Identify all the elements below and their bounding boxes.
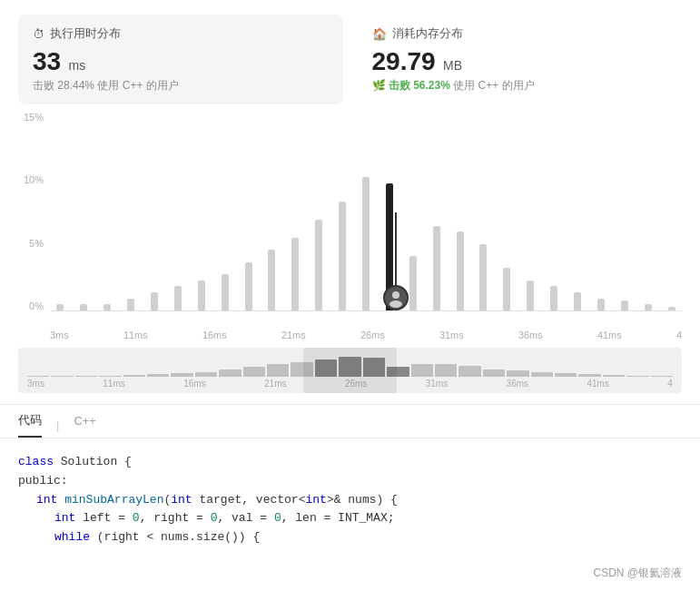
bar-3 <box>127 299 134 310</box>
bar-chart-area <box>50 112 682 311</box>
bar-4 <box>151 292 158 310</box>
bar-group-25 <box>637 112 658 310</box>
bar-13 <box>362 177 370 310</box>
time-stat-card: ⏱ 执行用时分布 33 ms 击败 28.44% 使用 C++ 的用户 <box>18 15 343 104</box>
tab-cpp[interactable]: C++ <box>74 414 96 437</box>
bar-group-23 <box>590 112 611 310</box>
mini-bar-9 <box>243 367 265 377</box>
mini-bar-2 <box>75 376 97 377</box>
bar-8 <box>245 262 252 310</box>
bar-0 <box>56 304 64 310</box>
main-chart: 15% 10% 5% 0% 3ms 11ms 16ms 21ms 26ms 31… <box>0 112 700 348</box>
y-label-10: 10% <box>18 174 44 185</box>
bar-group-9 <box>261 112 282 310</box>
code-line-3: int minSubArrayLen(int target, vector<in… <box>36 491 682 510</box>
mini-bar-16 <box>411 364 433 377</box>
bar-6 <box>198 281 205 310</box>
bar-9 <box>268 250 275 310</box>
bar-23 <box>597 299 605 310</box>
x-label-31ms: 31ms <box>439 330 464 340</box>
mini-chart-highlight <box>303 348 396 393</box>
memory-value: 29.79 <box>372 47 436 75</box>
mini-bar-17 <box>435 364 457 377</box>
mini-x-end: 4 <box>667 379 673 389</box>
bar-group-8 <box>238 112 259 310</box>
x-label-16ms: 16ms <box>202 330 227 340</box>
bar-7 <box>222 274 229 310</box>
bar-group-11 <box>309 112 330 310</box>
mini-x-21ms: 21ms <box>264 379 286 389</box>
time-value: 33 <box>33 47 61 75</box>
time-stat-title: ⏱ 执行用时分布 <box>33 25 329 42</box>
mini-bar-3 <box>99 376 121 377</box>
x-axis-labels: 3ms 11ms 16ms 21ms 26ms 31ms 36ms 41ms 4 <box>50 330 682 340</box>
bar-group-1 <box>74 112 94 310</box>
mini-bar-20 <box>507 370 528 377</box>
bar-20 <box>527 281 534 310</box>
bar-22 <box>574 292 581 310</box>
memory-stat-title: 🏠 消耗内存分布 <box>372 25 668 42</box>
mini-bar-25 <box>626 376 648 377</box>
time-stat-value-row: 33 ms <box>33 47 329 76</box>
cursor-line <box>395 212 397 285</box>
bar-5 <box>174 286 182 310</box>
tab-code[interactable]: 代码 <box>18 412 42 438</box>
bar-group-26 <box>661 112 682 310</box>
memory-stat-sub: 🌿 击败 56.23% 使用 C++ 的用户 <box>372 78 668 94</box>
bar-group-12 <box>332 112 353 310</box>
bar-group-5 <box>167 112 188 310</box>
mini-x-41ms: 41ms <box>587 379 608 389</box>
memory-unit: MB <box>443 58 462 73</box>
code-editor: class Solution { public: int minSubArray… <box>0 438 700 562</box>
mini-x-11ms: 11ms <box>103 379 124 389</box>
code-line-2: public: <box>18 472 682 491</box>
x-label-26ms: 26ms <box>360 330 385 340</box>
bar-26 <box>668 307 675 310</box>
code-line-5: while (right < nums.size()) { <box>54 528 682 547</box>
mini-bar-8 <box>219 369 241 377</box>
time-stat-sub: 击败 28.44% 使用 C++ 的用户 <box>33 78 329 94</box>
bar-group-7 <box>214 112 235 310</box>
bar-12 <box>339 202 346 310</box>
mini-bar-10 <box>267 364 289 377</box>
x-label-end: 4 <box>676 330 682 340</box>
stats-section: ⏱ 执行用时分布 33 ms 击败 28.44% 使用 C++ 的用户 🏠 消耗… <box>0 0 700 112</box>
chart-cursor <box>383 212 409 310</box>
bar-18 <box>479 244 487 310</box>
mini-bar-23 <box>578 374 600 377</box>
bar-15 <box>409 256 417 310</box>
bar-group-19 <box>497 112 518 310</box>
user-avatar <box>383 285 409 310</box>
mini-x-3ms: 3ms <box>27 379 44 389</box>
bar-group-22 <box>567 112 588 310</box>
bar-group-20 <box>520 112 541 310</box>
bar-group-13 <box>356 112 377 310</box>
bar-group-10 <box>285 112 306 310</box>
mini-x-16ms: 16ms <box>183 379 205 389</box>
y-label-5: 5% <box>18 238 44 249</box>
tab-divider: | <box>56 419 59 432</box>
svg-point-1 <box>389 300 402 308</box>
code-section: 代码 | C++ class Solution { public: int mi… <box>0 404 700 588</box>
mini-chart: 3ms 11ms 16ms 21ms 26ms 31ms 36ms 41ms 4 <box>18 348 682 393</box>
bar-19 <box>503 268 510 310</box>
mini-bar-0 <box>27 376 49 377</box>
y-label-0: 0% <box>18 300 44 311</box>
bar-1 <box>80 304 87 310</box>
svg-point-0 <box>392 291 399 299</box>
bar-group-17 <box>449 112 470 310</box>
memory-beat-icon: 🌿 <box>372 79 386 92</box>
bar-21 <box>550 286 557 310</box>
bar-11 <box>315 220 322 310</box>
code-line-4: int left = 0, right = 0, val = 0, len = … <box>54 509 682 528</box>
code-line-1: class Solution { <box>18 453 682 472</box>
y-axis-labels: 15% 10% 5% 0% <box>18 112 44 311</box>
memory-icon: 🏠 <box>372 27 387 41</box>
mini-bar-6 <box>171 373 192 377</box>
x-label-3ms: 3ms <box>50 330 69 340</box>
bar-16 <box>433 226 440 310</box>
mini-bar-5 <box>147 374 169 377</box>
bar-group-0 <box>50 112 71 310</box>
x-label-11ms: 11ms <box>123 330 148 340</box>
memory-stat-value-row: 29.79 MB <box>372 47 668 76</box>
